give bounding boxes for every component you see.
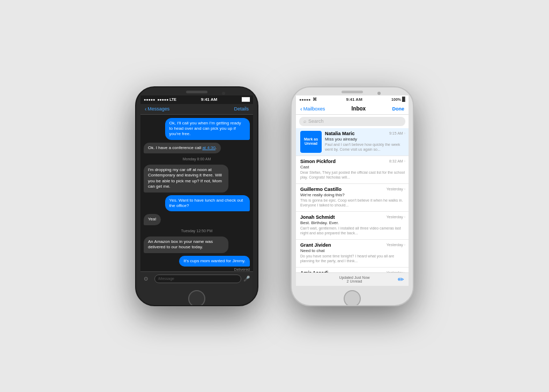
mail-footer-text: Updated Just Now 2 Unread — [311, 276, 398, 283]
battery-icon-light: ▉ — [402, 97, 405, 102]
mail-search-bar[interactable]: ⌕ Search — [299, 117, 405, 126]
mail-preview-2: Dear Stefan, They just posted the offici… — [300, 170, 405, 180]
speaker-light — [342, 91, 363, 93]
mail-time-2: 8:32 AM › — [389, 159, 405, 163]
mail-time-1: 9:15 AM › — [389, 131, 405, 135]
mail-content-6: Amir Assadi Yesterday › — [300, 270, 405, 272]
mail-content-1: Natalia Maric 9:15 AM › Miss you already… — [325, 131, 405, 153]
mail-time-5: Yesterday › — [387, 243, 405, 247]
battery-percent-light: 100% — [391, 98, 401, 101]
mail-header-3: Guillermo Castillo Yesterday › — [300, 187, 405, 192]
mail-subject-4: Best. Birthday. Ever. — [300, 220, 405, 225]
chevron-2: › — [404, 159, 405, 163]
mail-sender-6: Amir Assadi — [300, 270, 328, 272]
mail-subject-2: Cast — [300, 165, 405, 169]
mail-unread-count: 2 Unread — [311, 279, 398, 283]
back-chevron-dark: ‹ — [145, 106, 146, 112]
time-light: 9:41 AM — [346, 97, 362, 102]
bubble-6-text: An Amazon box in your name was delivered… — [148, 239, 213, 249]
phones-container: ●●●●● ●●●●● LTE 9:41 AM ▉▉▉ ‹ Messages D… — [124, 76, 425, 317]
home-button-dark[interactable] — [188, 290, 205, 306]
mark-unread-button[interactable]: Mark as Unread — [300, 131, 322, 153]
mail-screen: ●●●●● ⌘ 9:41 AM 100% ▉ ‹ Mailboxes Inbox… — [296, 95, 409, 286]
mail-nav: ‹ Mailboxes Inbox Done — [296, 103, 409, 115]
back-chevron-light: ‹ — [300, 106, 302, 112]
messages-details[interactable]: Details — [234, 106, 249, 112]
mail-item-2[interactable]: Simon Pickford 8:32 AM › Cast Dear Stefa… — [296, 156, 409, 184]
mail-back-label[interactable]: Mailboxes — [303, 106, 325, 112]
bubble-1-text: Ok, I'll call you when I'm getting ready… — [169, 121, 241, 137]
mail-content-4: Jonah Schmidt Yesterday › Best. Birthday… — [300, 215, 405, 236]
mail-item-4[interactable]: Jonah Schmidt Yesterday › Best. Birthday… — [296, 212, 409, 240]
mail-preview-3: This is gonna be epic. Coop won't believ… — [300, 198, 405, 208]
mail-item-5[interactable]: Grant Jividen Yesterday › Need to chat D… — [296, 240, 409, 268]
status-right-dark: ▉▉▉ — [242, 98, 250, 102]
mail-title: Inbox — [352, 106, 366, 112]
mail-content-2: Simon Pickford 8:32 AM › Cast Dear Stefa… — [300, 159, 405, 181]
mail-item-6[interactable]: Amir Assadi Yesterday › — [296, 268, 409, 272]
status-left-light: ●●●●● ⌘ — [299, 97, 317, 102]
messages-back[interactable]: ‹ Messages — [145, 106, 169, 112]
bubble-4-text: Yes. Want to have lunch and check out th… — [169, 198, 243, 208]
mail-header-1: Natalia Maric 9:15 AM › — [325, 131, 405, 136]
mail-footer: Updated Just Now 2 Unread ✏ — [296, 272, 409, 286]
mail-subject-3: We're really doing this? — [300, 193, 405, 197]
chevron-5: › — [404, 243, 405, 247]
camera-icon[interactable]: ⊙ — [144, 276, 152, 282]
mail-sender-5: Grant Jividen — [300, 242, 331, 248]
imessage-placeholder: iMessage — [158, 277, 174, 280]
status-bar-light: ●●●●● ⌘ 9:41 AM 100% ▉ — [296, 95, 409, 103]
mail-content-5: Grant Jividen Yesterday › Need to chat D… — [300, 242, 405, 264]
mail-item-3[interactable]: Guillermo Castillo Yesterday › We're rea… — [296, 184, 409, 212]
imessage-input-bar: ⊙ iMessage 🎤 — [140, 271, 253, 286]
mail-sender-2: Simon Pickford — [300, 159, 336, 164]
mail-subject-5: Need to chat — [300, 248, 405, 253]
speaker-dark — [186, 91, 207, 93]
phone-top-light — [292, 87, 413, 95]
mail-back[interactable]: ‹ Mailboxes — [300, 106, 325, 112]
timestamp-tuesday: Tuesday 12:50 PM — [144, 229, 250, 233]
mail-updated: Updated Just Now — [311, 276, 398, 279]
messages-back-label[interactable]: Messages — [147, 106, 169, 112]
search-placeholder: Search — [308, 119, 324, 124]
messages-screen: ●●●●● ●●●●● LTE 9:41 AM ▉▉▉ ‹ Messages D… — [140, 95, 253, 286]
chevron-3: › — [404, 187, 405, 191]
home-button-light[interactable] — [344, 290, 361, 306]
bubble-7-text: It's cups mom wanted for Jimmy. — [183, 258, 246, 263]
mail-item-1[interactable]: Mark as Unread Natalia Maric 9:15 AM › M… — [296, 128, 409, 156]
mail-subject-1: Miss you already — [325, 137, 405, 142]
mail-header-4: Jonah Schmidt Yesterday › — [300, 215, 405, 220]
mail-header-6: Amir Assadi Yesterday › — [300, 270, 405, 272]
status-right-light: 100% ▉ — [391, 97, 405, 102]
status-left-dark: ●●●●● ●●●●● LTE — [144, 98, 176, 101]
iphone-light: ●●●●● ⌘ 9:41 AM 100% ▉ ‹ Mailboxes Inbox… — [291, 86, 414, 306]
lte-dark: ●●●●● LTE — [157, 98, 176, 101]
imessage-field[interactable]: iMessage — [154, 275, 241, 283]
mail-sender-1: Natalia Maric — [325, 131, 355, 136]
wifi-light: ⌘ — [313, 97, 317, 102]
iphone-dark: ●●●●● ●●●●● LTE 9:41 AM ▉▉▉ ‹ Messages D… — [135, 86, 258, 306]
bubble-1: Ok, I'll call you when I'm getting ready… — [165, 118, 250, 140]
chevron-6: › — [404, 271, 405, 272]
mail-header-5: Grant Jividen Yesterday › — [300, 242, 405, 248]
phone-bottom-dark — [136, 286, 257, 306]
mail-time-6: Yesterday › — [387, 271, 405, 272]
mail-time-4: Yesterday › — [387, 215, 405, 219]
mail-preview-4: Can't wait, gentlemen. I installed all t… — [300, 226, 405, 235]
mail-content-3: Guillermo Castillo Yesterday › We're rea… — [300, 187, 405, 209]
messages-nav: ‹ Messages Details — [140, 104, 253, 115]
chat-area: Ok, I'll call you when I'm getting ready… — [140, 115, 253, 271]
mail-done[interactable]: Done — [392, 106, 405, 112]
time-dark: 9:41 AM — [201, 97, 217, 102]
mic-icon[interactable]: 🎤 — [243, 276, 250, 282]
bubble-2: Ok. I have a conference call at 4:30. — [144, 143, 221, 153]
phone-top-dark — [136, 87, 257, 95]
compose-button[interactable]: ✏ — [398, 275, 404, 284]
mail-time-3: Yesterday › — [387, 187, 405, 191]
mail-header-2: Simon Pickford 8:32 AM › — [300, 159, 405, 164]
chat-link: at 4:30 — [202, 145, 215, 150]
mail-preview-1: Paul and I can't believe how quickly the… — [325, 142, 405, 152]
bubble-7: It's cups mom wanted for Jimmy. — [179, 256, 250, 267]
battery-dark: ▉▉▉ — [242, 98, 250, 102]
phone-bottom-light — [292, 286, 413, 306]
